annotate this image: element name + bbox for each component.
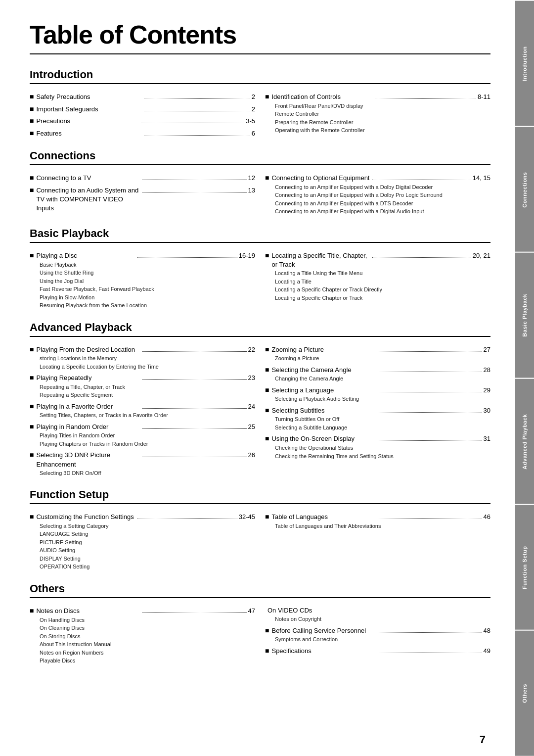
toc-sub-entry: Fast Reverse Playback, Fast Forward Play…	[40, 285, 255, 293]
toc-item: ■Using the On-Screen Display31Checking t…	[265, 434, 490, 460]
section-basic-playback: Basic Playback■Playing a Disc16-19Basic …	[30, 227, 490, 312]
toc-sub-entry: Connecting to an Amplifier Equipped with…	[275, 207, 490, 216]
toc-sub-entry: Front Panel/Rear Panel/DVD display	[275, 102, 490, 110]
toc-item: On VIDEO CDsNotes on Copyright	[265, 606, 490, 623]
col-left-basic-playback: ■Playing a Disc16-19Basic PlaybackUsing …	[30, 251, 255, 312]
toc-main-entry: ■Locating a Specific Title, Chapter, or …	[265, 251, 490, 269]
toc-entry-text: Specifications	[271, 647, 376, 656]
toc-dots	[142, 192, 247, 192]
toc-item: ■Connecting to Optional Equipment14, 15C…	[265, 173, 490, 216]
toc-main-entry: ■Selecting a Language29	[265, 385, 490, 395]
toc-bullet: ■	[30, 104, 34, 114]
toc-entry-text: Playing in Random Order	[36, 423, 140, 431]
toc-sub-entry: Remote Controller	[275, 110, 490, 118]
toc-item: ■Selecting 3D DNR Picture Enhancement26S…	[30, 450, 255, 477]
section-title-connections: Connections	[30, 149, 490, 165]
toc-bullet: ■	[30, 173, 34, 183]
section-title-advanced-playback: Advanced Playback	[30, 321, 490, 337]
toc-main-entry: ■Before Calling Service Personnel48	[265, 626, 490, 636]
col-right-introduction: ■Identification of Controls8-11Front Pan…	[265, 92, 490, 141]
toc-entry-text: Playing a Disc	[36, 251, 136, 260]
col-right-function-setup: ■Table of Languages46Table of Languages …	[265, 512, 490, 573]
toc-sub-entries: Table of Languages and Their Abbreviatio…	[275, 522, 490, 530]
toc-sub-entry: Repeating a Title, Chapter, or Track	[40, 383, 255, 391]
toc-dots	[141, 123, 244, 123]
toc-item: ■Zooming a Picture27Zooming a Picture	[265, 345, 490, 363]
section-title-introduction: Introduction	[30, 68, 490, 84]
toc-main-entry: ■Connecting to Optional Equipment14, 15	[265, 173, 490, 183]
toc-sub-entry: OPERATION Setting	[40, 563, 255, 571]
toc-main-entry: ■Important Safeguards2	[30, 104, 255, 114]
page-number: 7	[480, 733, 486, 746]
toc-item: ■Table of Languages46Table of Languages …	[265, 512, 490, 530]
toc-item: ■Selecting Subtitles30Turning Subtitles …	[265, 406, 490, 432]
toc-item: ■Customizing the Function Settings32-45S…	[30, 512, 255, 571]
toc-bullet: ■	[30, 450, 34, 460]
toc-entry-text: Connecting to Optional Equipment	[271, 174, 370, 183]
toc-sub-entry: Changing the Camera Angle	[275, 375, 490, 383]
toc-main-entry: ■Precautions3-5	[30, 116, 255, 126]
toc-page-num: 3-5	[246, 117, 255, 126]
section-body-advanced-playback: ■Playing From the Desired Location22stor…	[30, 341, 490, 480]
toc-page-num: 28	[484, 366, 490, 375]
toc-dots	[378, 372, 482, 372]
col-right-basic-playback: ■Locating a Specific Title, Chapter, or …	[265, 251, 490, 312]
toc-sub-entry: On Storing Discs	[40, 632, 255, 641]
toc-page-num: 26	[248, 451, 255, 460]
sidebar-tab-introduction[interactable]: Introduction	[515, 0, 534, 126]
toc-sub-entry: Locating a Specific Chapter or Track	[275, 294, 490, 302]
toc-main-entry: ■Specifications49	[265, 646, 490, 656]
toc-sub-entry: Selecting a Playback Audio Setting	[275, 395, 490, 403]
toc-bullet: ■	[30, 512, 34, 522]
sidebar-tabs: IntroductionConnectionsBasic PlaybackAdv…	[515, 0, 534, 756]
toc-bullet: ■	[265, 92, 269, 102]
section-title-basic-playback: Basic Playback	[30, 227, 490, 243]
sidebar-tab-others[interactable]: Others	[515, 630, 534, 756]
toc-sub-entry: Connecting to an Amplifier Equipped with…	[275, 183, 490, 191]
toc-dots	[378, 519, 482, 519]
toc-bullet: ■	[265, 345, 269, 355]
toc-sub-entry: On Handling Discs	[40, 616, 255, 624]
toc-item: ■Notes on Discs47On Handling DiscsOn Cle…	[30, 606, 255, 665]
toc-dots	[137, 257, 237, 258]
col-left-others: ■Notes on Discs47On Handling DiscsOn Cle…	[30, 606, 255, 667]
toc-sub-entries: Changing the Camera Angle	[275, 375, 490, 383]
toc-entry-text: Selecting 3D DNR Picture Enhancement	[36, 451, 140, 469]
toc-bullet: ■	[265, 173, 269, 183]
section-others: Others■Notes on Discs47On Handling Discs…	[30, 582, 490, 667]
toc-page-num: 29	[484, 386, 490, 395]
toc-dots	[142, 408, 247, 409]
section-introduction: Introduction■Safety Precautions2■Importa…	[30, 68, 490, 141]
toc-sub-entry: About This Instruction Manual	[40, 640, 255, 649]
toc-main-entry: ■Table of Languages46	[265, 512, 490, 522]
toc-entry-text: Identification of Controls	[271, 93, 373, 101]
toc-page-num: 48	[484, 626, 490, 635]
toc-dots	[378, 653, 482, 653]
sidebar-tab-function-setup[interactable]: Function Setup	[515, 504, 534, 630]
sidebar-tab-advanced-playback[interactable]: Advanced Playback	[515, 378, 534, 504]
toc-dots	[372, 257, 471, 258]
toc-dots	[142, 351, 247, 352]
toc-main-entry: ■Zooming a Picture27	[265, 345, 490, 355]
toc-sub-entry: Using the Shuttle Ring	[40, 269, 255, 277]
toc-main-entry: ■Using the On-Screen Display31	[265, 434, 490, 444]
toc-entry-text: Playing Repeatedly	[36, 374, 140, 382]
toc-page-num: 13	[248, 186, 255, 195]
toc-dots	[142, 613, 247, 613]
toc-sub-entries: Selecting 3D DNR On/Off	[40, 469, 255, 477]
toc-dots	[142, 428, 247, 429]
toc-page-num: 24	[248, 402, 255, 411]
toc-sub-entries: Turning Subtitles On or OffSelecting a S…	[275, 415, 490, 431]
toc-item: ■Playing From the Desired Location22stor…	[30, 345, 255, 371]
sidebar-tab-connections[interactable]: Connections	[515, 126, 534, 252]
sidebar-tab-basic-playback[interactable]: Basic Playback	[515, 252, 534, 378]
toc-sub-entry: Notes on Copyright	[275, 615, 490, 623]
toc-bullet: ■	[30, 92, 34, 102]
toc-sub-entry: PICTURE Setting	[40, 538, 255, 547]
toc-main-entry: ■Connecting to a TV12	[30, 173, 255, 183]
toc-sub-entry: Playing Titles in Random Order	[40, 431, 255, 440]
toc-page-num: 27	[484, 345, 490, 354]
toc-dots	[378, 351, 482, 352]
toc-page-num: 23	[248, 374, 255, 382]
toc-bullet: ■	[30, 422, 34, 432]
